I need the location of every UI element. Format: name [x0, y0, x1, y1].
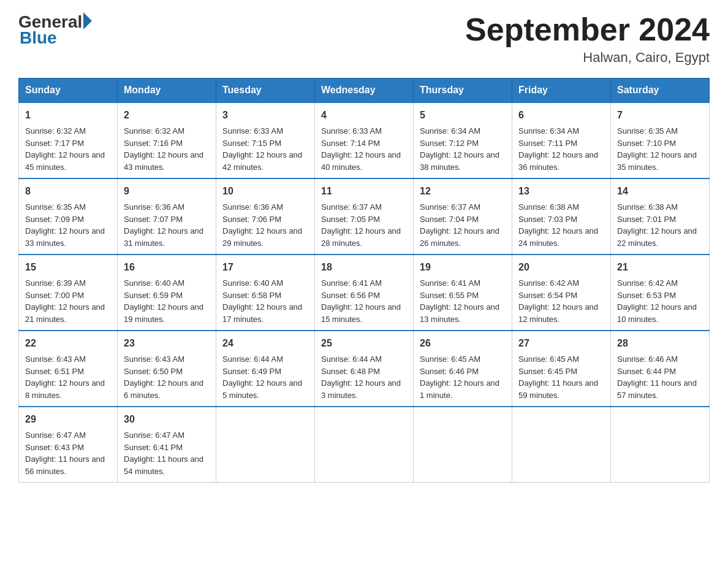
calendar-day-15: 15Sunrise: 6:39 AMSunset: 7:00 PMDayligh… — [19, 255, 118, 331]
sunset-text: Sunset: 6:50 PM — [124, 367, 183, 376]
daylight-text: Daylight: 12 hours and 13 minutes. — [420, 302, 499, 324]
sunset-text: Sunset: 7:10 PM — [617, 139, 676, 148]
sunrise-text: Sunrise: 6:37 AM — [420, 202, 480, 212]
calendar-day-25: 25Sunrise: 6:44 AMSunset: 6:48 PMDayligh… — [315, 331, 414, 407]
sunset-text: Sunset: 7:05 PM — [321, 215, 380, 224]
daylight-text: Daylight: 12 hours and 45 minutes. — [25, 150, 105, 172]
daylight-text: Daylight: 12 hours and 29 minutes. — [222, 226, 302, 248]
sunset-text: Sunset: 7:00 PM — [25, 291, 84, 300]
day-number: 25 — [321, 336, 407, 351]
daylight-text: Daylight: 12 hours and 38 minutes. — [420, 150, 499, 172]
day-number: 17 — [222, 260, 308, 275]
sunset-text: Sunset: 7:15 PM — [222, 139, 281, 148]
day-number: 20 — [518, 260, 604, 275]
sunrise-text: Sunrise: 6:44 AM — [222, 354, 283, 364]
sunset-text: Sunset: 6:48 PM — [321, 367, 380, 376]
day-number: 26 — [420, 336, 506, 351]
sunset-text: Sunset: 7:03 PM — [518, 215, 577, 224]
calendar-day-2: 2Sunrise: 6:32 AMSunset: 7:16 PMDaylight… — [118, 102, 216, 178]
sunset-text: Sunset: 6:59 PM — [124, 291, 183, 300]
day-number: 4 — [321, 108, 407, 123]
daylight-text: Daylight: 12 hours and 33 minutes. — [25, 226, 105, 248]
day-number: 3 — [222, 108, 308, 123]
sunrise-text: Sunrise: 6:35 AM — [25, 202, 86, 212]
calendar-day-12: 12Sunrise: 6:37 AMSunset: 7:04 PMDayligh… — [414, 178, 512, 255]
day-number: 7 — [617, 108, 703, 123]
sunset-text: Sunset: 7:17 PM — [25, 139, 84, 148]
sunrise-text: Sunrise: 6:34 AM — [420, 126, 480, 136]
day-number: 28 — [617, 336, 703, 351]
sunset-text: Sunset: 7:07 PM — [124, 215, 183, 224]
day-number: 5 — [420, 108, 506, 123]
sunset-text: Sunset: 6:46 PM — [420, 367, 479, 376]
calendar-week-5: 29Sunrise: 6:47 AMSunset: 6:43 PMDayligh… — [19, 407, 710, 483]
daylight-text: Daylight: 12 hours and 24 minutes. — [518, 226, 598, 248]
sunset-text: Sunset: 6:56 PM — [321, 291, 380, 300]
sunset-text: Sunset: 6:45 PM — [518, 367, 577, 376]
day-number: 29 — [25, 412, 111, 427]
calendar-day-8: 8Sunrise: 6:35 AMSunset: 7:09 PMDaylight… — [19, 178, 118, 255]
day-number: 1 — [25, 108, 111, 123]
day-number: 14 — [617, 184, 703, 199]
page-header: General Blue September 2024 Halwan, Cair… — [18, 12, 710, 66]
sunrise-text: Sunrise: 6:40 AM — [124, 278, 184, 288]
calendar-day-30: 30Sunrise: 6:47 AMSunset: 6:41 PMDayligh… — [118, 407, 216, 483]
day-number: 6 — [518, 108, 604, 123]
day-number: 12 — [420, 184, 506, 199]
sunrise-text: Sunrise: 6:43 AM — [25, 354, 86, 364]
day-number: 8 — [25, 184, 111, 199]
calendar-day-3: 3Sunrise: 6:33 AMSunset: 7:15 PMDaylight… — [216, 102, 315, 178]
day-header-sunday: Sunday — [19, 79, 118, 103]
sunrise-text: Sunrise: 6:33 AM — [321, 126, 382, 136]
sunrise-text: Sunrise: 6:36 AM — [222, 202, 283, 212]
day-header-thursday: Thursday — [414, 79, 512, 103]
daylight-text: Daylight: 12 hours and 12 minutes. — [518, 302, 598, 324]
calendar-day-11: 11Sunrise: 6:37 AMSunset: 7:05 PMDayligh… — [315, 178, 414, 255]
calendar-day-14: 14Sunrise: 6:38 AMSunset: 7:01 PMDayligh… — [611, 178, 710, 255]
calendar-day-10: 10Sunrise: 6:36 AMSunset: 7:06 PMDayligh… — [216, 178, 315, 255]
daylight-text: Daylight: 12 hours and 3 minutes. — [321, 378, 401, 400]
calendar-day-20: 20Sunrise: 6:42 AMSunset: 6:54 PMDayligh… — [512, 255, 611, 331]
daylight-text: Daylight: 12 hours and 36 minutes. — [518, 150, 598, 172]
calendar-day-21: 21Sunrise: 6:42 AMSunset: 6:53 PMDayligh… — [611, 255, 710, 331]
sunset-text: Sunset: 6:41 PM — [124, 443, 183, 452]
daylight-text: Daylight: 12 hours and 21 minutes. — [25, 302, 105, 324]
day-number: 30 — [124, 412, 210, 427]
sunrise-text: Sunrise: 6:46 AM — [617, 354, 678, 364]
sunrise-text: Sunrise: 6:38 AM — [617, 202, 678, 212]
calendar-day-1: 1Sunrise: 6:32 AMSunset: 7:17 PMDaylight… — [19, 102, 118, 178]
daylight-text: Daylight: 11 hours and 54 minutes. — [124, 454, 203, 476]
day-number: 21 — [617, 260, 703, 275]
logo-arrow-icon — [83, 12, 92, 29]
calendar-day-13: 13Sunrise: 6:38 AMSunset: 7:03 PMDayligh… — [512, 178, 611, 255]
sunset-text: Sunset: 6:49 PM — [222, 367, 281, 376]
sunrise-text: Sunrise: 6:38 AM — [518, 202, 579, 212]
sunrise-text: Sunrise: 6:35 AM — [617, 126, 678, 136]
sunset-text: Sunset: 6:54 PM — [518, 291, 577, 300]
month-title: September 2024 — [465, 12, 710, 47]
calendar-week-2: 8Sunrise: 6:35 AMSunset: 7:09 PMDaylight… — [19, 178, 710, 255]
calendar-day-17: 17Sunrise: 6:40 AMSunset: 6:58 PMDayligh… — [216, 255, 315, 331]
day-number: 16 — [124, 260, 210, 275]
daylight-text: Daylight: 12 hours and 22 minutes. — [617, 226, 697, 248]
sunset-text: Sunset: 6:44 PM — [617, 367, 676, 376]
calendar-day-23: 23Sunrise: 6:43 AMSunset: 6:50 PMDayligh… — [118, 331, 216, 407]
sunrise-text: Sunrise: 6:43 AM — [124, 354, 184, 364]
sunrise-text: Sunrise: 6:45 AM — [518, 354, 579, 364]
daylight-text: Daylight: 11 hours and 59 minutes. — [518, 378, 598, 400]
empty-cell — [512, 407, 611, 483]
sunrise-text: Sunrise: 6:47 AM — [25, 431, 86, 440]
day-number: 13 — [518, 184, 604, 199]
sunrise-text: Sunrise: 6:41 AM — [321, 278, 382, 288]
daylight-text: Daylight: 12 hours and 31 minutes. — [124, 226, 203, 248]
day-number: 15 — [25, 260, 111, 275]
sunset-text: Sunset: 6:55 PM — [420, 291, 479, 300]
sunrise-text: Sunrise: 6:36 AM — [124, 202, 184, 212]
sunset-text: Sunset: 7:06 PM — [222, 215, 281, 224]
daylight-text: Daylight: 12 hours and 5 minutes. — [222, 378, 302, 400]
daylight-text: Daylight: 12 hours and 19 minutes. — [124, 302, 203, 324]
title-block: September 2024 Halwan, Cairo, Egypt — [465, 12, 710, 66]
sunrise-text: Sunrise: 6:42 AM — [617, 278, 678, 288]
calendar-day-28: 28Sunrise: 6:46 AMSunset: 6:44 PMDayligh… — [611, 331, 710, 407]
day-number: 10 — [222, 184, 308, 199]
